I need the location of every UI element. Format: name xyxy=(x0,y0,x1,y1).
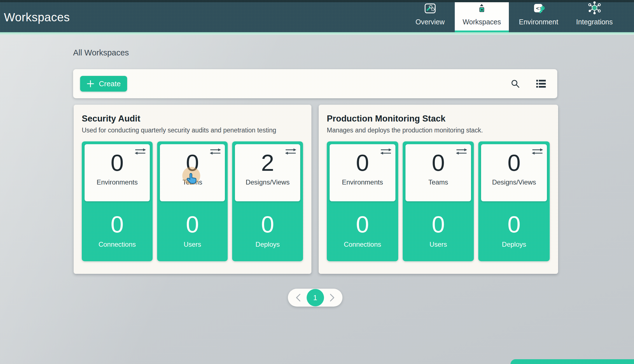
nav-item-environment[interactable]: <> Environment xyxy=(511,2,566,32)
top-nav: Overview Workspaces <> Env xyxy=(408,2,621,32)
stat-tile[interactable]: 0 Users xyxy=(160,201,225,258)
workspace-description: Used for conducting quarterly security a… xyxy=(82,127,303,134)
nav-item-overview[interactable]: Overview xyxy=(408,2,453,32)
stat-label: Designs/Views xyxy=(492,178,536,186)
nav-label: Overview xyxy=(416,18,445,26)
stat-value: 0 xyxy=(261,213,274,236)
stat-value: 0 xyxy=(507,151,521,174)
stat-tile[interactable]: 0 Environments xyxy=(85,144,150,201)
swap-icon[interactable] xyxy=(532,148,543,155)
stat-tile[interactable]: 0 Connections xyxy=(330,201,395,258)
overview-icon xyxy=(423,2,437,15)
stat-column-teams[interactable]: 0 Teams 0 Users xyxy=(403,141,474,261)
workspace-card[interactable]: Security Audit Used for conducting quart… xyxy=(74,105,311,274)
plus-icon xyxy=(87,80,94,88)
stat-value: 0 xyxy=(111,213,124,236)
workspaces-toolbar: Create xyxy=(73,69,557,98)
stat-tile[interactable]: 0 Teams xyxy=(160,144,225,201)
stat-value: 0 xyxy=(432,213,445,236)
pagination: 1 xyxy=(288,289,342,307)
stats-row: 0 Environments 0 Connections 0 Teams xyxy=(82,141,303,261)
stat-tile[interactable]: 0 Teams xyxy=(405,144,471,201)
stat-value: 0 xyxy=(432,151,445,174)
app-header: Workspaces Overview Worksp xyxy=(0,0,634,32)
stat-column-designs[interactable]: 0 Designs/Views 0 Deploys xyxy=(478,141,550,261)
app-title: Workspaces xyxy=(4,11,70,24)
stat-value: 0 xyxy=(111,151,124,174)
page-title: All Workspaces xyxy=(73,48,129,57)
stat-column-environments[interactable]: 0 Environments 0 Connections xyxy=(82,141,153,261)
stat-label: Environments xyxy=(97,178,138,186)
stat-label: Designs/Views xyxy=(246,178,290,186)
stat-value: 2 xyxy=(261,151,274,174)
stat-label: Users xyxy=(184,241,201,248)
stat-tile[interactable]: 2 Designs/Views xyxy=(235,144,300,201)
stat-column-environments[interactable]: 0 Environments 0 Connections xyxy=(327,141,398,261)
integrations-icon xyxy=(587,1,602,15)
prev-page-icon[interactable] xyxy=(295,293,301,302)
workspace-title: Security Audit xyxy=(82,114,303,124)
stat-tile[interactable]: 0 Users xyxy=(405,201,471,258)
stat-label: Users xyxy=(430,241,447,248)
workspace-title: Production Monitoring Stack xyxy=(327,114,550,124)
list-view-icon[interactable] xyxy=(536,79,546,89)
stat-value: 0 xyxy=(356,151,369,174)
stat-tile[interactable]: 0 Environments xyxy=(330,144,395,201)
nav-label: Environment xyxy=(519,18,558,26)
stat-tile[interactable]: 0 Deploys xyxy=(481,201,547,258)
swap-icon[interactable] xyxy=(285,148,296,155)
nav-item-workspaces[interactable]: Workspaces xyxy=(455,2,509,32)
stat-label: Connections xyxy=(99,241,136,248)
stat-tile[interactable]: 0 Connections xyxy=(85,201,150,258)
swap-icon[interactable] xyxy=(210,148,221,155)
workspaces-icon xyxy=(474,2,489,15)
nav-item-integrations[interactable]: Integrations xyxy=(568,2,621,32)
page-number-button[interactable]: 1 xyxy=(307,289,324,306)
stat-label: Connections xyxy=(344,241,381,248)
stat-tile[interactable]: 0 Deploys xyxy=(235,201,300,258)
workspace-description: Manages and deploys the production monit… xyxy=(327,127,550,134)
stat-label: Teams xyxy=(183,178,202,186)
search-icon[interactable] xyxy=(510,79,520,89)
stat-column-designs[interactable]: 2 Designs/Views 0 Deploys xyxy=(232,141,303,261)
workspace-card[interactable]: Production Monitoring Stack Manages and … xyxy=(319,105,558,274)
nav-label: Integrations xyxy=(576,18,613,26)
stat-value: 0 xyxy=(356,213,369,236)
bottom-right-toast[interactable] xyxy=(511,359,634,364)
stat-label: Deploys xyxy=(255,241,280,248)
swap-icon[interactable] xyxy=(135,148,146,155)
swap-icon[interactable] xyxy=(456,148,467,155)
stat-value: 0 xyxy=(507,213,521,236)
stat-tile[interactable]: 0 Designs/Views xyxy=(481,144,547,201)
create-button[interactable]: Create xyxy=(80,76,127,92)
create-button-label: Create xyxy=(99,80,121,88)
header-accent-band xyxy=(0,32,634,35)
stat-label: Environments xyxy=(342,178,383,186)
swap-icon[interactable] xyxy=(380,148,391,155)
environment-icon: <> xyxy=(531,2,546,15)
next-page-icon[interactable] xyxy=(329,293,335,302)
stat-label: Deploys xyxy=(502,241,526,248)
stat-label: Teams xyxy=(428,178,448,186)
nav-label: Workspaces xyxy=(463,18,501,26)
stat-column-teams[interactable]: 0 Teams 0 Users xyxy=(157,141,228,261)
stat-value: 0 xyxy=(186,151,199,174)
stats-row: 0 Environments 0 Connections 0 Teams xyxy=(327,141,550,261)
stat-value: 0 xyxy=(186,213,199,236)
